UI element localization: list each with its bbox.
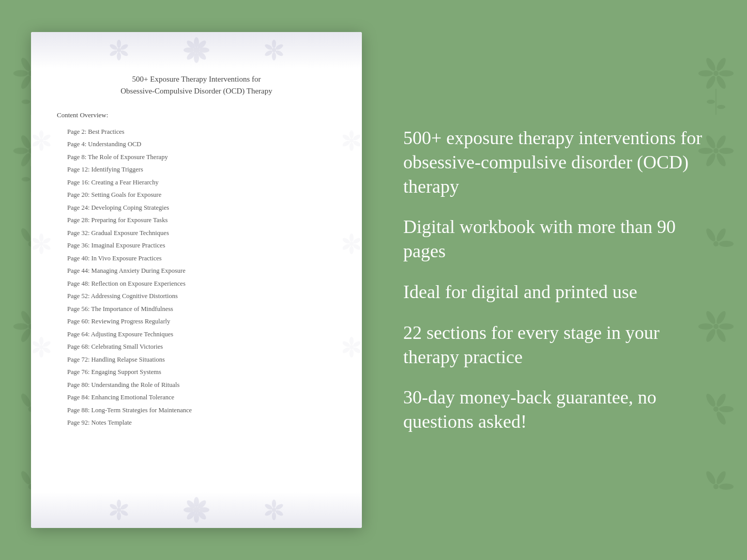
svg-point-137 <box>349 337 354 345</box>
svg-point-119 <box>39 349 43 357</box>
toc-item: Page 2: Best Practices <box>57 126 336 138</box>
svg-point-123 <box>349 130 354 138</box>
toc-item: Page 8: The Role of Exposure Therapy <box>57 151 336 164</box>
svg-point-88 <box>117 40 121 48</box>
toc-item: Page 16: Creating a Fear Hierarchy <box>57 176 336 189</box>
doc-bottom-pattern <box>31 492 362 528</box>
svg-point-108 <box>39 138 43 143</box>
feature-text-2: Digital workbook with more than 90 pages <box>403 215 706 263</box>
svg-point-92 <box>109 50 118 57</box>
toc-item: Page 4: Understanding OCD <box>57 138 336 151</box>
svg-point-87 <box>193 47 200 53</box>
toc-item: Page 20: Setting Goals for Exposure <box>57 189 336 202</box>
toc-item: Page 80: Understanding the Role of Ritua… <box>57 379 336 392</box>
svg-point-91 <box>117 52 121 60</box>
toc-item: Page 32: Gradual Exposure Techniques <box>57 227 336 240</box>
toc-item: Page 24: Developing Coping Strategies <box>57 201 336 214</box>
feature-text-4: 22 sections for every stage in your ther… <box>403 321 706 369</box>
svg-point-97 <box>275 50 284 57</box>
svg-point-156 <box>117 512 121 520</box>
toc-item: Page 76: Engaging Support Systems <box>57 366 336 379</box>
doc-side-pattern-left <box>31 68 52 492</box>
svg-point-162 <box>275 509 284 517</box>
svg-point-93 <box>109 43 118 51</box>
feature-text-5: 30-day money-back guarantee, no question… <box>403 385 706 434</box>
feature-text-1: 500+ exposure therapy interventions for … <box>403 126 706 198</box>
toc-item: Page 68: Celebrating Small Victories <box>57 341 336 354</box>
toc-item: Page 56: The Importance of Mindfulness <box>57 303 336 316</box>
svg-point-164 <box>264 509 273 517</box>
svg-point-115 <box>39 242 43 246</box>
toc-item: Page 40: In Vivo Exposure Practices <box>57 252 336 265</box>
svg-point-89 <box>119 43 129 51</box>
svg-point-98 <box>272 52 276 60</box>
toc-item: Page 36: Imaginal Exposure Practices <box>57 240 336 253</box>
toc-item: Page 48: Reflection on Exposure Experien… <box>57 277 336 290</box>
svg-point-136 <box>349 242 354 246</box>
svg-point-90 <box>119 50 129 57</box>
main-container: 500+ Exposure Therapy Interventions for … <box>0 0 747 560</box>
svg-point-94 <box>117 48 121 52</box>
svg-point-109 <box>39 234 43 242</box>
toc-item: Page 64: Adjusting Exposure Techniques <box>57 328 336 341</box>
svg-point-105 <box>39 143 43 151</box>
svg-point-152 <box>193 507 200 513</box>
svg-point-130 <box>349 234 354 242</box>
svg-point-154 <box>119 503 129 511</box>
svg-point-157 <box>109 509 118 517</box>
svg-point-96 <box>275 43 284 51</box>
svg-point-158 <box>109 503 118 511</box>
doc-side-pattern-right <box>341 68 362 492</box>
svg-point-140 <box>349 349 354 357</box>
feature-text-3: Ideal for digital and printed use <box>403 280 706 304</box>
svg-point-99 <box>264 50 273 57</box>
section-label: Content Overview: <box>57 111 336 119</box>
svg-point-159 <box>117 508 121 512</box>
toc-item: Page 72: Handling Relapse Situations <box>57 353 336 366</box>
toc-item: Page 88: Long-Term Strategies for Mainte… <box>57 404 336 417</box>
svg-point-101 <box>272 48 276 52</box>
svg-point-100 <box>264 43 273 51</box>
document-title: 500+ Exposure Therapy Interventions for … <box>57 73 336 97</box>
svg-point-165 <box>264 503 273 511</box>
svg-point-155 <box>119 509 129 517</box>
toc-item: Page 44: Managing Anxiety During Exposur… <box>57 265 336 278</box>
right-content: 500+ exposure therapy interventions for … <box>393 126 706 434</box>
document-content: 500+ Exposure Therapy Interventions for … <box>57 73 336 429</box>
toc-item: Page 12: Identifying Triggers <box>57 164 336 177</box>
svg-point-122 <box>39 345 43 349</box>
svg-point-95 <box>272 40 276 48</box>
toc-item: Page 28: Preparing for Exposure Tasks <box>57 214 336 227</box>
svg-point-166 <box>272 508 276 512</box>
toc-item: Page 92: Notes Template <box>57 417 336 430</box>
svg-point-129 <box>349 138 354 143</box>
svg-point-133 <box>349 246 354 254</box>
svg-point-160 <box>272 500 276 508</box>
svg-point-112 <box>39 246 43 254</box>
svg-point-163 <box>272 512 276 520</box>
toc-item: Page 52: Addressing Cognitive Distortion… <box>57 290 336 303</box>
svg-point-126 <box>349 143 354 151</box>
table-of-contents: Page 2: Best PracticesPage 4: Understand… <box>57 126 336 429</box>
svg-point-161 <box>275 503 284 511</box>
toc-item: Page 60: Reviewing Progress Regularly <box>57 316 336 329</box>
svg-point-116 <box>39 337 43 345</box>
document-preview: 500+ Exposure Therapy Interventions for … <box>31 32 362 528</box>
svg-point-102 <box>39 130 43 138</box>
doc-top-pattern <box>31 32 362 68</box>
toc-item: Page 84: Enhancing Emotional Tolerance <box>57 392 336 405</box>
svg-point-153 <box>117 500 121 508</box>
svg-point-143 <box>349 345 354 349</box>
